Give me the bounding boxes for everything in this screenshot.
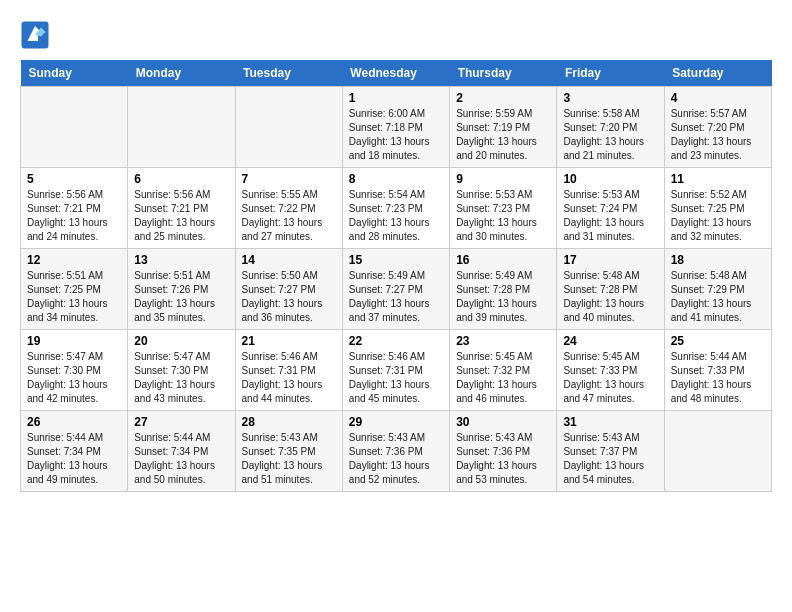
- calendar-cell: [128, 87, 235, 168]
- calendar-week-row: 26Sunrise: 5:44 AMSunset: 7:34 PMDayligh…: [21, 411, 772, 492]
- day-info: Sunrise: 5:58 AMSunset: 7:20 PMDaylight:…: [563, 108, 644, 161]
- day-info: Sunrise: 5:47 AMSunset: 7:30 PMDaylight:…: [134, 351, 215, 404]
- calendar-table: SundayMondayTuesdayWednesdayThursdayFrid…: [20, 60, 772, 492]
- day-info: Sunrise: 5:44 AMSunset: 7:33 PMDaylight:…: [671, 351, 752, 404]
- day-number: 31: [563, 415, 657, 429]
- calendar-cell: 26Sunrise: 5:44 AMSunset: 7:34 PMDayligh…: [21, 411, 128, 492]
- weekday-header-cell: Monday: [128, 60, 235, 87]
- day-info: Sunrise: 5:48 AMSunset: 7:28 PMDaylight:…: [563, 270, 644, 323]
- page-header: [20, 20, 772, 50]
- calendar-cell: 22Sunrise: 5:46 AMSunset: 7:31 PMDayligh…: [342, 330, 449, 411]
- day-info: Sunrise: 5:44 AMSunset: 7:34 PMDaylight:…: [27, 432, 108, 485]
- calendar-cell: 7Sunrise: 5:55 AMSunset: 7:22 PMDaylight…: [235, 168, 342, 249]
- day-number: 27: [134, 415, 228, 429]
- calendar-cell: 2Sunrise: 5:59 AMSunset: 7:19 PMDaylight…: [450, 87, 557, 168]
- calendar-cell: 1Sunrise: 6:00 AMSunset: 7:18 PMDaylight…: [342, 87, 449, 168]
- day-number: 23: [456, 334, 550, 348]
- calendar-cell: 25Sunrise: 5:44 AMSunset: 7:33 PMDayligh…: [664, 330, 771, 411]
- calendar-week-row: 5Sunrise: 5:56 AMSunset: 7:21 PMDaylight…: [21, 168, 772, 249]
- weekday-header: SundayMondayTuesdayWednesdayThursdayFrid…: [21, 60, 772, 87]
- day-number: 10: [563, 172, 657, 186]
- day-info: Sunrise: 5:53 AMSunset: 7:23 PMDaylight:…: [456, 189, 537, 242]
- day-number: 19: [27, 334, 121, 348]
- day-info: Sunrise: 5:43 AMSunset: 7:36 PMDaylight:…: [456, 432, 537, 485]
- calendar-cell: [235, 87, 342, 168]
- day-number: 7: [242, 172, 336, 186]
- calendar-cell: 31Sunrise: 5:43 AMSunset: 7:37 PMDayligh…: [557, 411, 664, 492]
- day-info: Sunrise: 5:49 AMSunset: 7:27 PMDaylight:…: [349, 270, 430, 323]
- day-number: 4: [671, 91, 765, 105]
- logo: [20, 20, 54, 50]
- calendar-cell: 23Sunrise: 5:45 AMSunset: 7:32 PMDayligh…: [450, 330, 557, 411]
- weekday-header-cell: Sunday: [21, 60, 128, 87]
- day-number: 24: [563, 334, 657, 348]
- weekday-header-cell: Tuesday: [235, 60, 342, 87]
- calendar-cell: [21, 87, 128, 168]
- day-info: Sunrise: 5:47 AMSunset: 7:30 PMDaylight:…: [27, 351, 108, 404]
- day-info: Sunrise: 5:46 AMSunset: 7:31 PMDaylight:…: [349, 351, 430, 404]
- day-number: 18: [671, 253, 765, 267]
- calendar-week-row: 12Sunrise: 5:51 AMSunset: 7:25 PMDayligh…: [21, 249, 772, 330]
- day-number: 22: [349, 334, 443, 348]
- day-number: 14: [242, 253, 336, 267]
- day-number: 9: [456, 172, 550, 186]
- calendar-week-row: 19Sunrise: 5:47 AMSunset: 7:30 PMDayligh…: [21, 330, 772, 411]
- calendar-cell: 30Sunrise: 5:43 AMSunset: 7:36 PMDayligh…: [450, 411, 557, 492]
- calendar-week-row: 1Sunrise: 6:00 AMSunset: 7:18 PMDaylight…: [21, 87, 772, 168]
- weekday-header-cell: Saturday: [664, 60, 771, 87]
- day-info: Sunrise: 5:50 AMSunset: 7:27 PMDaylight:…: [242, 270, 323, 323]
- day-number: 29: [349, 415, 443, 429]
- calendar-cell: 14Sunrise: 5:50 AMSunset: 7:27 PMDayligh…: [235, 249, 342, 330]
- day-number: 30: [456, 415, 550, 429]
- day-info: Sunrise: 5:45 AMSunset: 7:33 PMDaylight:…: [563, 351, 644, 404]
- day-info: Sunrise: 5:54 AMSunset: 7:23 PMDaylight:…: [349, 189, 430, 242]
- weekday-header-cell: Friday: [557, 60, 664, 87]
- calendar-cell: 13Sunrise: 5:51 AMSunset: 7:26 PMDayligh…: [128, 249, 235, 330]
- calendar-cell: 4Sunrise: 5:57 AMSunset: 7:20 PMDaylight…: [664, 87, 771, 168]
- day-number: 12: [27, 253, 121, 267]
- weekday-header-cell: Thursday: [450, 60, 557, 87]
- calendar-cell: 10Sunrise: 5:53 AMSunset: 7:24 PMDayligh…: [557, 168, 664, 249]
- day-info: Sunrise: 5:45 AMSunset: 7:32 PMDaylight:…: [456, 351, 537, 404]
- day-info: Sunrise: 5:55 AMSunset: 7:22 PMDaylight:…: [242, 189, 323, 242]
- day-info: Sunrise: 5:43 AMSunset: 7:36 PMDaylight:…: [349, 432, 430, 485]
- calendar-cell: 17Sunrise: 5:48 AMSunset: 7:28 PMDayligh…: [557, 249, 664, 330]
- day-info: Sunrise: 5:43 AMSunset: 7:35 PMDaylight:…: [242, 432, 323, 485]
- day-info: Sunrise: 5:57 AMSunset: 7:20 PMDaylight:…: [671, 108, 752, 161]
- day-number: 28: [242, 415, 336, 429]
- day-info: Sunrise: 5:44 AMSunset: 7:34 PMDaylight:…: [134, 432, 215, 485]
- calendar-cell: 18Sunrise: 5:48 AMSunset: 7:29 PMDayligh…: [664, 249, 771, 330]
- day-info: Sunrise: 5:52 AMSunset: 7:25 PMDaylight:…: [671, 189, 752, 242]
- calendar-cell: 12Sunrise: 5:51 AMSunset: 7:25 PMDayligh…: [21, 249, 128, 330]
- logo-icon: [20, 20, 50, 50]
- weekday-header-cell: Wednesday: [342, 60, 449, 87]
- calendar-cell: 16Sunrise: 5:49 AMSunset: 7:28 PMDayligh…: [450, 249, 557, 330]
- day-info: Sunrise: 5:43 AMSunset: 7:37 PMDaylight:…: [563, 432, 644, 485]
- calendar-cell: 21Sunrise: 5:46 AMSunset: 7:31 PMDayligh…: [235, 330, 342, 411]
- day-number: 3: [563, 91, 657, 105]
- day-number: 6: [134, 172, 228, 186]
- day-info: Sunrise: 5:56 AMSunset: 7:21 PMDaylight:…: [134, 189, 215, 242]
- calendar-body: 1Sunrise: 6:00 AMSunset: 7:18 PMDaylight…: [21, 87, 772, 492]
- day-number: 25: [671, 334, 765, 348]
- calendar-cell: 5Sunrise: 5:56 AMSunset: 7:21 PMDaylight…: [21, 168, 128, 249]
- day-info: Sunrise: 5:46 AMSunset: 7:31 PMDaylight:…: [242, 351, 323, 404]
- day-info: Sunrise: 5:49 AMSunset: 7:28 PMDaylight:…: [456, 270, 537, 323]
- day-number: 15: [349, 253, 443, 267]
- day-number: 8: [349, 172, 443, 186]
- calendar-cell: 6Sunrise: 5:56 AMSunset: 7:21 PMDaylight…: [128, 168, 235, 249]
- day-info: Sunrise: 5:56 AMSunset: 7:21 PMDaylight:…: [27, 189, 108, 242]
- day-number: 2: [456, 91, 550, 105]
- day-number: 11: [671, 172, 765, 186]
- day-number: 16: [456, 253, 550, 267]
- calendar-cell: 8Sunrise: 5:54 AMSunset: 7:23 PMDaylight…: [342, 168, 449, 249]
- day-info: Sunrise: 6:00 AMSunset: 7:18 PMDaylight:…: [349, 108, 430, 161]
- day-info: Sunrise: 5:53 AMSunset: 7:24 PMDaylight:…: [563, 189, 644, 242]
- calendar-cell: 19Sunrise: 5:47 AMSunset: 7:30 PMDayligh…: [21, 330, 128, 411]
- calendar-cell: 11Sunrise: 5:52 AMSunset: 7:25 PMDayligh…: [664, 168, 771, 249]
- day-info: Sunrise: 5:59 AMSunset: 7:19 PMDaylight:…: [456, 108, 537, 161]
- day-number: 20: [134, 334, 228, 348]
- calendar-cell: 27Sunrise: 5:44 AMSunset: 7:34 PMDayligh…: [128, 411, 235, 492]
- calendar-cell: 29Sunrise: 5:43 AMSunset: 7:36 PMDayligh…: [342, 411, 449, 492]
- day-info: Sunrise: 5:48 AMSunset: 7:29 PMDaylight:…: [671, 270, 752, 323]
